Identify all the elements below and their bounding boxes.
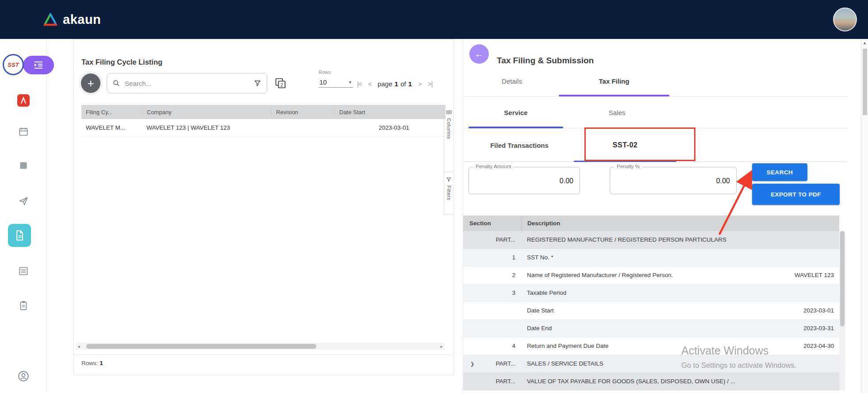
columns-grip-icon — [446, 109, 452, 115]
panel-title: Tax Filing Cycle Listing — [81, 58, 162, 66]
section-table-row[interactable]: 4Return and Payment Due Date2023-04-30 — [463, 337, 839, 355]
expand-chevron-icon[interactable]: ❯ — [470, 361, 474, 366]
submission-panel-title: Tax Filing & Submission — [497, 56, 594, 66]
scroll-up-icon[interactable]: ▲ — [861, 41, 868, 45]
active-tab-underline — [559, 95, 669, 96]
first-page-button[interactable]: |< — [357, 80, 362, 88]
page-scrollbar[interactable]: ▲ — [861, 39, 868, 393]
table-row[interactable]: WAVELET M...WAVELET 123 | WAVELET 123202… — [81, 119, 446, 137]
duplicate-pages-button[interactable]: 2 — [273, 77, 288, 91]
cell-description: Taxable Period — [522, 289, 768, 296]
column-header-description[interactable]: Description — [522, 216, 768, 231]
of-word: of — [400, 80, 406, 88]
section-table-header: Section Description — [463, 216, 839, 231]
back-button[interactable]: ← — [469, 44, 489, 64]
columns-tab-label: Columns — [446, 118, 452, 139]
page-indicator: page 1 of 1 — [377, 80, 412, 88]
sidebar-item-document-active[interactable] — [8, 224, 31, 247]
prev-page-button[interactable]: < — [368, 80, 372, 88]
section-table-row[interactable]: PART...REGISTERED MANUFACTURE / REGISTER… — [463, 231, 839, 249]
sidebar-item-send[interactable] — [0, 195, 47, 207]
cycle-table-header: Filing Cy... Company Revision Date Start — [81, 105, 446, 119]
section-table-scroll-thumb[interactable] — [840, 231, 845, 327]
cell-value: 2023-04-30 — [768, 343, 839, 349]
section-table-row[interactable]: 3Taxable Period — [463, 284, 839, 302]
page-scroll-thumb[interactable] — [863, 49, 867, 115]
indent-menu-icon — [33, 60, 44, 70]
sidebar-item-clipboard[interactable] — [0, 300, 47, 311]
app-root: akaun SST — [0, 0, 868, 393]
section-table-scrollbar[interactable] — [839, 231, 845, 390]
hscroll-thumb[interactable] — [86, 344, 316, 349]
cell-description: SALES / SERVICE DETAILS — [522, 360, 768, 367]
section-table-row[interactable]: 2Name of Registered Manufacturer / Regis… — [463, 266, 839, 284]
column-header-revision[interactable]: Revision — [271, 109, 334, 116]
last-page-button[interactable]: >| — [428, 80, 433, 88]
section-table-row[interactable]: Date End2023-03-31 — [463, 320, 839, 337]
section-table-row[interactable]: 1SST No. * — [463, 249, 839, 266]
search-input[interactable] — [124, 79, 250, 88]
inner-tabs: Filed Transactions SST-02 — [463, 129, 847, 162]
scroll-left-icon[interactable]: ◂ — [76, 344, 82, 349]
add-button[interactable]: + — [81, 73, 100, 93]
rows-count-value: 1 — [100, 360, 103, 366]
column-header-filing-cycle[interactable]: Filing Cy... — [81, 109, 142, 116]
section-table-row[interactable]: ❯PART...SALES / SERVICE DETAILS — [463, 355, 839, 373]
penalty-amount-field[interactable]: Penalty Amount 0.00 — [469, 167, 580, 194]
page-number: 1 — [395, 80, 398, 88]
sidebar-item-pdf[interactable] — [0, 94, 47, 107]
akaun-logo[interactable]: akaun — [42, 0, 101, 39]
section-table-row[interactable]: Date Start2023-03-01 — [463, 302, 839, 320]
columns-tab[interactable]: Columns — [444, 105, 453, 172]
rows-per-page-select[interactable]: Rows 10 ▼ — [319, 69, 353, 88]
cell-section: PART... — [463, 236, 522, 243]
sst-badge[interactable]: SST — [3, 54, 24, 75]
rows-count-label: Rows: — [81, 360, 98, 366]
pagination: |< < page 1 of 1 > >| — [357, 80, 432, 88]
logo-text: akaun — [63, 12, 101, 27]
filters-tab[interactable]: Filters — [444, 172, 453, 215]
cell-filing-cycle: WAVELET M... — [81, 124, 142, 131]
cell-section: PART... — [463, 378, 522, 385]
sidebar-item-square[interactable] — [0, 160, 47, 171]
tab-sst-02[interactable]: SST-02 — [574, 129, 676, 162]
cell-description: Name of Registered Manufacturer / Regist… — [522, 272, 768, 278]
next-page-button[interactable]: > — [418, 80, 422, 88]
tab-details[interactable]: Details — [472, 66, 552, 96]
scroll-right-icon[interactable]: ▸ — [438, 344, 445, 349]
filter-funnel-icon[interactable] — [253, 79, 261, 87]
plus-icon: + — [87, 77, 94, 90]
cell-description: REGISTERED MANUFACTURE / REGISTERED PERS… — [522, 236, 768, 243]
back-arrow-icon: ← — [475, 49, 484, 59]
calendar-icon — [18, 126, 29, 137]
cell-description: SST No. * — [522, 254, 768, 261]
column-header-date-start[interactable]: Date Start — [334, 109, 446, 116]
tab-tax-filing[interactable]: Tax Filing — [559, 66, 669, 96]
cell-date-start: 2023-03-01 — [334, 124, 446, 131]
tab-service[interactable]: Service — [469, 97, 563, 128]
clipboard-icon — [18, 300, 29, 311]
tab-filed-transactions-label: Filed Transactions — [490, 142, 549, 149]
sidebar-item-list[interactable] — [0, 265, 47, 277]
horizontal-scrollbar[interactable]: ◂ ▸ — [76, 343, 445, 350]
column-header-company[interactable]: Company — [142, 109, 271, 116]
search-button[interactable]: SEARCH — [752, 163, 807, 181]
sidebar-collapse-button[interactable] — [23, 56, 54, 74]
hscroll-track[interactable] — [82, 344, 438, 349]
tab-filed-transactions[interactable]: Filed Transactions — [469, 129, 570, 162]
person-icon — [17, 370, 30, 383]
export-to-pdf-button[interactable]: EXPORT TO PDF — [752, 184, 840, 205]
cell-section: ❯PART... — [463, 360, 522, 367]
tax-filing-cycle-listing-panel: Tax Filing Cycle Listing + 2 Rows 10 — [73, 39, 454, 375]
footer-divider — [74, 354, 453, 355]
section-table-row[interactable]: PART...VALUE OF TAX PAYABLE FOR GOODS (S… — [463, 373, 839, 390]
user-avatar[interactable] — [833, 8, 857, 31]
pdf-app-icon — [17, 94, 30, 107]
column-header-section[interactable]: Section — [463, 220, 522, 227]
search-icon — [112, 79, 120, 87]
sidebar-item-profile[interactable] — [0, 370, 47, 383]
cell-description: Date End — [522, 325, 768, 331]
penalty-percent-field[interactable]: Penalty % 0.00 — [610, 167, 737, 194]
sidebar-item-calendar[interactable] — [0, 126, 47, 137]
tab-sales[interactable]: Sales — [569, 97, 664, 128]
